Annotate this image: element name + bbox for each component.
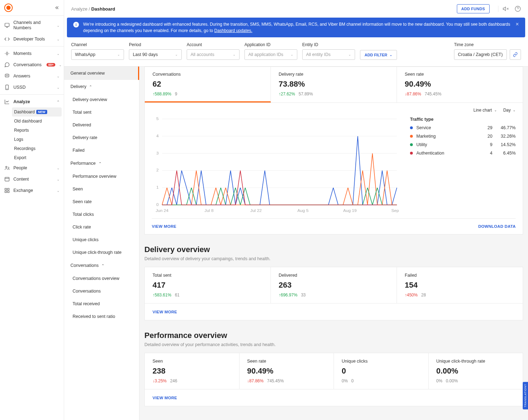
bs-delivery-overview[interactable]: Delivery overview <box>64 93 139 106</box>
legend-row[interactable]: Utility 9 14.52% <box>410 142 516 147</box>
chevron-down-icon: ⌄ <box>348 53 351 56</box>
nav-content[interactable]: Content ⌄ <box>0 174 64 185</box>
metric-card[interactable]: Seen 238 ↓3.25%246 <box>145 353 240 389</box>
card-delta: ↑450% <box>405 293 418 297</box>
delivery-view-more[interactable]: VIEW MORE <box>153 310 177 314</box>
answers-icon <box>4 73 10 79</box>
bs-seen[interactable]: Seen <box>64 183 139 195</box>
card-value: 263 <box>279 281 389 290</box>
channels-icon <box>4 23 10 28</box>
metric-card[interactable]: Unique click-through rate 0.00% 0%0.00% <box>429 353 523 389</box>
help-icon[interactable] <box>515 6 521 12</box>
nav-moments[interactable]: Moments ⌄ <box>0 48 64 59</box>
filter-label-entity-id: Entity ID <box>302 42 355 47</box>
bs-total-sent[interactable]: Total sent <box>64 106 139 119</box>
nav-analyze-dashboard[interactable]: Dashboard NEW <box>12 107 62 117</box>
bs-unique-ctr[interactable]: Unique click-through rate <box>64 246 139 259</box>
nav-analyze-recordings[interactable]: Recordings <box>14 144 64 153</box>
chart-type-select[interactable]: Line chart ⌄ <box>473 108 497 113</box>
add-funds-button[interactable]: ADD FUNDS <box>457 4 490 13</box>
metric-card[interactable]: Failed 154 ↑450%28 <box>397 267 523 303</box>
metric-card[interactable]: Seen rate 90.49% ↓87.86%745.45% <box>240 353 334 389</box>
bs-general-overview[interactable]: General overview <box>64 67 139 80</box>
bs-conversations-overview[interactable]: Conversations overview <box>64 272 139 285</box>
entity-id-select[interactable]: All entity IDs⌄ <box>302 49 355 60</box>
legend-dot-icon <box>410 152 413 155</box>
legend-dot-icon <box>410 135 413 138</box>
card-delta: ↑583.61% <box>153 293 171 297</box>
bs-performance-overview[interactable]: Performance overview <box>64 170 139 183</box>
bs-unique-clicks[interactable]: Unique clicks <box>64 233 139 246</box>
card-label: Unique click-through rate <box>436 359 515 364</box>
nav-dev-tools[interactable]: Developer Tools ⌄ <box>0 33 64 45</box>
bs-delivery-rate[interactable]: Delivery rate <box>64 131 139 144</box>
view-more-link[interactable]: VIEW MORE <box>152 224 176 228</box>
period-select[interactable]: Last 90 days⌄ <box>129 49 182 60</box>
chevron-down-icon: ⌄ <box>57 86 60 89</box>
download-data-link[interactable]: DOWNLOAD DATA <box>478 224 516 228</box>
metric-conversations[interactable]: Conversations 62 ↑588.89%9 <box>145 67 271 102</box>
performance-view-more[interactable]: VIEW MORE <box>153 396 177 400</box>
legend-percent: 6.45% <box>496 151 516 156</box>
bs-delivery-group[interactable]: Delivery⌃ <box>64 80 139 93</box>
chevron-down-icon: ⌄ <box>57 74 60 78</box>
legend-row[interactable]: Marketing 20 32.26% <box>410 134 516 139</box>
card-label: Seen <box>153 359 231 364</box>
bs-total-clicks[interactable]: Total clicks <box>64 208 139 221</box>
metric-delivery-rate[interactable]: Delivery rate 73.88% ↑27.62%57.89% <box>271 67 397 102</box>
translation-tag[interactable]: TRANSLATION? <box>523 382 528 409</box>
chevron-down-icon: ⌄ <box>494 108 497 112</box>
banner-close-icon[interactable]: × <box>516 21 519 27</box>
nav-conversations[interactable]: Conversations 99+ ⌄ <box>0 59 64 70</box>
bs-conversations[interactable]: Conversations <box>64 285 139 297</box>
bs-received-sent-ratio[interactable]: Received to sent ratio <box>64 310 139 323</box>
svg-point-6 <box>6 166 7 168</box>
bs-total-received[interactable]: Total received <box>64 297 139 310</box>
bs-performance-group[interactable]: Performance⌃ <box>64 157 139 170</box>
bs-click-rate[interactable]: Click rate <box>64 221 139 233</box>
app-logo[interactable] <box>4 4 13 12</box>
card-delta: 0% <box>342 378 348 383</box>
nav-analyze[interactable]: Analyze ⌃ <box>0 96 64 107</box>
svg-point-3 <box>6 75 6 76</box>
share-link-button[interactable] <box>510 49 521 60</box>
nav-analyze-export[interactable]: Export <box>14 153 64 162</box>
nav-analyze-reports[interactable]: Reports <box>14 126 64 135</box>
add-filter-button[interactable]: ADD FILTER⌄ <box>360 50 397 60</box>
nav-exchange[interactable]: Exchange ⌄ <box>0 185 64 196</box>
svg-point-4 <box>7 75 8 76</box>
metric-card[interactable]: Delivered 263 ↑696.97%33 <box>271 267 397 303</box>
bs-conversations-group[interactable]: Conversations⌃ <box>64 259 139 272</box>
bs-seen-rate[interactable]: Seen rate <box>64 195 139 208</box>
nav-people[interactable]: People ⌄ <box>0 162 64 174</box>
chevron-down-icon: ⌄ <box>57 24 60 27</box>
delivery-title: Delivery overview <box>144 245 523 254</box>
nav-channels[interactable]: Channels and Numbers ⌄ <box>0 17 64 33</box>
nav-analyze-old-dashboard[interactable]: Old dashboard <box>14 117 64 126</box>
metric-card[interactable]: Total sent 417 ↑583.61%61 <box>145 267 271 303</box>
nav-answers[interactable]: Answers ⌄ <box>0 70 64 82</box>
legend-row[interactable]: Authentication 4 6.45% <box>410 151 516 156</box>
nav-analyze-logs[interactable]: Logs <box>14 135 64 144</box>
svg-text:Aug 19: Aug 19 <box>343 209 356 213</box>
svg-text:Jul 22: Jul 22 <box>250 209 262 213</box>
app-id-select[interactable]: All application IDs⌄ <box>244 49 297 60</box>
bs-failed[interactable]: Failed <box>64 144 139 157</box>
metric-seen-rate[interactable]: Seen rate 90.49% ↓87.86%745.45% <box>397 67 523 102</box>
svg-rect-7 <box>5 177 9 181</box>
metric-card[interactable]: Unique clicks 0 0%0 <box>334 353 429 389</box>
collapse-sidebar-icon[interactable] <box>55 5 60 10</box>
new-badge: NEW <box>36 110 47 114</box>
bs-delivered[interactable]: Delivered <box>64 119 139 131</box>
channel-select[interactable]: WhatsApp⌄ <box>71 49 124 60</box>
banner-link[interactable]: Dashboard updates. <box>214 28 252 33</box>
chevron-down-icon: ⌄ <box>513 108 516 112</box>
chart-granularity-select[interactable]: Day ⌄ <box>503 108 516 113</box>
legend-row[interactable]: Service 29 46.77% <box>410 125 516 130</box>
notifications-mute-icon[interactable] <box>503 6 509 12</box>
nav-ussd[interactable]: USSD ⌄ <box>0 82 64 93</box>
info-banner: i We're introducing a redesigned dashboa… <box>67 18 525 37</box>
account-select[interactable]: All accounts⌄ <box>187 49 240 60</box>
legend-dot-icon <box>410 126 413 129</box>
card-label: Unique clicks <box>342 359 421 364</box>
